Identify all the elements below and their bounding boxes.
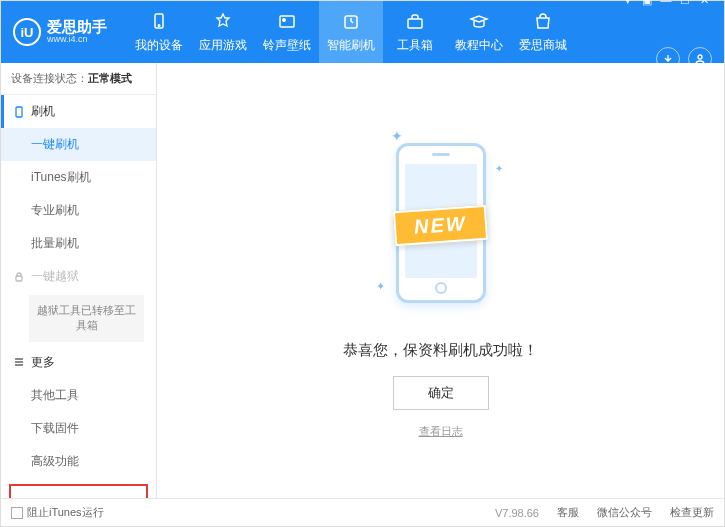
sidebar-item-pro-flash[interactable]: 专业刷机 (1, 194, 156, 227)
menu-icon[interactable]: ▾ (620, 0, 636, 7)
sidebar-section-flash[interactable]: 刷机 (1, 95, 156, 128)
nav-ringtone-wallpaper[interactable]: 铃声壁纸 (255, 1, 319, 63)
footer-link-wechat[interactable]: 微信公众号 (597, 505, 652, 520)
maximize-button[interactable]: ☐ (677, 0, 693, 7)
sidebar-section-more[interactable]: 更多 (1, 346, 156, 379)
nav-toolbox[interactable]: 工具箱 (383, 1, 447, 63)
svg-rect-7 (16, 107, 22, 117)
flash-icon (340, 11, 362, 33)
media-icon (276, 11, 298, 33)
sidebar-item-itunes-flash[interactable]: iTunes刷机 (1, 161, 156, 194)
jailbreak-note: 越狱工具已转移至工具箱 (29, 295, 144, 342)
sidebar-item-batch-flash[interactable]: 批量刷机 (1, 227, 156, 260)
connection-status: 设备连接状态：正常模式 (1, 63, 156, 95)
store-icon (532, 11, 554, 33)
phone-icon (13, 106, 25, 118)
svg-point-3 (283, 18, 285, 20)
logo[interactable]: iU 爱思助手 www.i4.cn (13, 18, 107, 46)
nav-smart-flash[interactable]: 智能刷机 (319, 1, 383, 63)
nav-apps-games[interactable]: 应用游戏 (191, 1, 255, 63)
version-label: V7.98.66 (495, 507, 539, 519)
device-icon (148, 11, 170, 33)
svg-point-6 (698, 55, 702, 59)
sidebar: 设备连接状态：正常模式 刷机 一键刷机 iTunes刷机 专业刷机 批量刷机 一… (1, 63, 157, 498)
main-content: ✦ ✦ ✦ NEW 恭喜您，保资料刷机成功啦！ 确定 查看日志 (157, 63, 724, 498)
sidebar-item-download-firmware[interactable]: 下载固件 (1, 412, 156, 445)
checkbox-block-itunes[interactable]: 阻止iTunes运行 (11, 505, 104, 520)
sidebar-item-oneclick-flash[interactable]: 一键刷机 (1, 128, 156, 161)
close-button[interactable]: ✕ (696, 0, 712, 7)
titlebar: iU 爱思助手 www.i4.cn 我的设备 应用游戏 铃声壁纸 智能刷机 (1, 1, 724, 63)
tutorial-icon (468, 11, 490, 33)
options-highlight-box: 自动激活 跳过向导 (9, 484, 148, 498)
svg-rect-2 (280, 16, 294, 27)
new-ribbon: NEW (393, 204, 488, 245)
sidebar-item-other-tools[interactable]: 其他工具 (1, 379, 156, 412)
top-nav: 我的设备 应用游戏 铃声壁纸 智能刷机 工具箱 教程中心 (127, 1, 575, 63)
nav-store[interactable]: 爱思商城 (511, 1, 575, 63)
svg-rect-5 (408, 19, 422, 28)
svg-rect-8 (16, 276, 22, 281)
list-icon (13, 356, 25, 368)
toolbox-icon (404, 11, 426, 33)
sidebar-section-jailbreak: 一键越狱 (1, 260, 156, 293)
minimize-button[interactable]: — (658, 0, 674, 7)
footer-link-support[interactable]: 客服 (557, 505, 579, 520)
svg-point-1 (158, 24, 160, 26)
view-log-link[interactable]: 查看日志 (419, 424, 463, 439)
apps-icon (212, 11, 234, 33)
nav-my-device[interactable]: 我的设备 (127, 1, 191, 63)
logo-url: www.i4.cn (47, 35, 107, 45)
logo-icon: iU (13, 18, 41, 46)
success-message: 恭喜您，保资料刷机成功啦！ (343, 341, 538, 360)
statusbar: 阻止iTunes运行 V7.98.66 客服 微信公众号 检查更新 (1, 498, 724, 526)
sidebar-item-advanced[interactable]: 高级功能 (1, 445, 156, 478)
success-illustration: ✦ ✦ ✦ NEW (361, 123, 521, 323)
footer-link-update[interactable]: 检查更新 (670, 505, 714, 520)
skin-icon[interactable]: ▣ (639, 0, 655, 7)
nav-tutorials[interactable]: 教程中心 (447, 1, 511, 63)
lock-icon (13, 271, 25, 283)
ok-button[interactable]: 确定 (393, 376, 489, 410)
logo-title: 爱思助手 (47, 19, 107, 36)
